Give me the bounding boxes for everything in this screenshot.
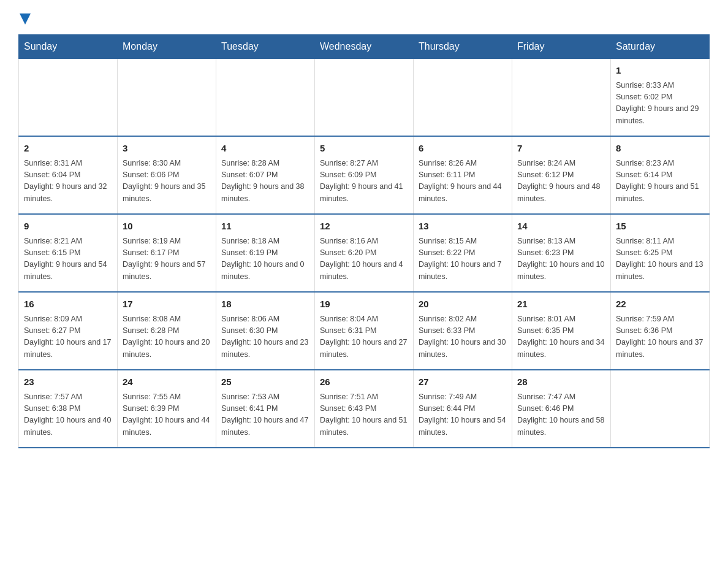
day-cell: 7Sunrise: 8:24 AMSunset: 6:12 PMDaylight… [512, 136, 611, 214]
day-header-thursday: Thursday [414, 35, 512, 59]
day-info: Sunrise: 8:13 AMSunset: 6:23 PMDaylight:… [517, 236, 605, 283]
day-info: Sunrise: 8:21 AMSunset: 6:15 PMDaylight:… [24, 236, 112, 283]
day-cell [611, 370, 710, 448]
day-cell: 26Sunrise: 7:51 AMSunset: 6:43 PMDayligh… [315, 370, 414, 448]
day-number: 4 [221, 142, 309, 156]
day-cell: 5Sunrise: 8:27 AMSunset: 6:09 PMDaylight… [315, 136, 414, 214]
day-cell: 18Sunrise: 8:06 AMSunset: 6:30 PMDayligh… [216, 292, 315, 370]
day-cell [19, 59, 118, 137]
day-info: Sunrise: 8:09 AMSunset: 6:27 PMDaylight:… [24, 313, 112, 361]
day-info: Sunrise: 8:30 AMSunset: 6:06 PMDaylight:… [123, 158, 211, 205]
day-cell: 22Sunrise: 7:59 AMSunset: 6:36 PMDayligh… [611, 292, 710, 370]
day-number: 15 [616, 220, 704, 234]
day-info: Sunrise: 7:51 AMSunset: 6:43 PMDaylight:… [320, 391, 408, 439]
day-cell: 12Sunrise: 8:16 AMSunset: 6:20 PMDayligh… [315, 214, 414, 292]
day-info: Sunrise: 7:47 AMSunset: 6:46 PMDaylight:… [517, 391, 605, 439]
day-number: 22 [616, 297, 704, 312]
day-header-tuesday: Tuesday [216, 35, 315, 59]
day-info: Sunrise: 8:06 AMSunset: 6:30 PMDaylight:… [221, 313, 309, 361]
day-cell [512, 59, 611, 137]
day-cell [216, 59, 315, 137]
day-number: 11 [221, 220, 309, 234]
day-number: 26 [320, 375, 408, 389]
week-row-2: 2Sunrise: 8:31 AMSunset: 6:04 PMDaylight… [19, 136, 710, 214]
day-info: Sunrise: 8:08 AMSunset: 6:28 PMDaylight:… [123, 313, 211, 361]
page-header [18, 12, 710, 25]
week-row-1: 1Sunrise: 8:33 AMSunset: 6:02 PMDaylight… [19, 59, 710, 137]
day-number: 23 [24, 375, 112, 389]
day-cell: 19Sunrise: 8:04 AMSunset: 6:31 PMDayligh… [315, 292, 414, 370]
day-number: 28 [517, 375, 605, 389]
day-number: 16 [24, 297, 112, 312]
day-number: 10 [123, 220, 211, 234]
day-info: Sunrise: 7:53 AMSunset: 6:41 PMDaylight:… [221, 391, 309, 439]
day-info: Sunrise: 8:11 AMSunset: 6:25 PMDaylight:… [616, 236, 704, 283]
day-header-monday: Monday [118, 35, 216, 59]
day-info: Sunrise: 7:55 AMSunset: 6:39 PMDaylight:… [123, 391, 211, 439]
day-cell: 24Sunrise: 7:55 AMSunset: 6:39 PMDayligh… [118, 370, 216, 448]
day-cell: 3Sunrise: 8:30 AMSunset: 6:06 PMDaylight… [118, 136, 216, 214]
day-cell: 9Sunrise: 8:21 AMSunset: 6:15 PMDaylight… [19, 214, 118, 292]
day-number: 19 [320, 297, 408, 312]
day-number: 20 [419, 297, 507, 312]
day-info: Sunrise: 7:49 AMSunset: 6:44 PMDaylight:… [419, 391, 507, 439]
day-cell: 17Sunrise: 8:08 AMSunset: 6:28 PMDayligh… [118, 292, 216, 370]
week-row-4: 16Sunrise: 8:09 AMSunset: 6:27 PMDayligh… [19, 292, 710, 370]
day-info: Sunrise: 8:19 AMSunset: 6:17 PMDaylight:… [123, 236, 211, 283]
calendar-header: SundayMondayTuesdayWednesdayThursdayFrid… [19, 35, 710, 59]
day-number: 3 [123, 142, 211, 156]
day-info: Sunrise: 8:31 AMSunset: 6:04 PMDaylight:… [24, 158, 112, 205]
day-info: Sunrise: 8:23 AMSunset: 6:14 PMDaylight:… [616, 158, 704, 205]
day-number: 1 [616, 64, 704, 78]
day-info: Sunrise: 8:26 AMSunset: 6:11 PMDaylight:… [419, 158, 507, 205]
day-cell: 11Sunrise: 8:18 AMSunset: 6:19 PMDayligh… [216, 214, 315, 292]
day-info: Sunrise: 7:57 AMSunset: 6:38 PMDaylight:… [24, 391, 112, 439]
day-info: Sunrise: 8:28 AMSunset: 6:07 PMDaylight:… [221, 158, 309, 205]
day-info: Sunrise: 8:33 AMSunset: 6:02 PMDaylight:… [616, 80, 704, 128]
day-number: 9 [24, 220, 112, 234]
day-number: 17 [123, 297, 211, 312]
day-number: 14 [517, 220, 605, 234]
day-cell: 16Sunrise: 8:09 AMSunset: 6:27 PMDayligh… [19, 292, 118, 370]
day-info: Sunrise: 8:02 AMSunset: 6:33 PMDaylight:… [419, 313, 507, 361]
day-number: 13 [419, 220, 507, 234]
day-header-wednesday: Wednesday [315, 35, 414, 59]
day-cell: 27Sunrise: 7:49 AMSunset: 6:44 PMDayligh… [414, 370, 512, 448]
day-number: 6 [419, 142, 507, 156]
day-cell: 20Sunrise: 8:02 AMSunset: 6:33 PMDayligh… [414, 292, 512, 370]
day-cell: 4Sunrise: 8:28 AMSunset: 6:07 PMDaylight… [216, 136, 315, 214]
day-number: 2 [24, 142, 112, 156]
day-cell: 15Sunrise: 8:11 AMSunset: 6:25 PMDayligh… [611, 214, 710, 292]
day-cell: 6Sunrise: 8:26 AMSunset: 6:11 PMDaylight… [414, 136, 512, 214]
day-cell: 2Sunrise: 8:31 AMSunset: 6:04 PMDaylight… [19, 136, 118, 214]
day-number: 7 [517, 142, 605, 156]
day-cell: 23Sunrise: 7:57 AMSunset: 6:38 PMDayligh… [19, 370, 118, 448]
day-cell [414, 59, 512, 137]
day-header-sunday: Sunday [19, 35, 118, 59]
day-number: 21 [517, 297, 605, 312]
day-header-saturday: Saturday [611, 35, 710, 59]
day-info: Sunrise: 8:27 AMSunset: 6:09 PMDaylight:… [320, 158, 408, 205]
svg-marker-0 [20, 13, 31, 25]
day-info: Sunrise: 8:01 AMSunset: 6:35 PMDaylight:… [517, 313, 605, 361]
logo [18, 12, 31, 25]
day-cell: 25Sunrise: 7:53 AMSunset: 6:41 PMDayligh… [216, 370, 315, 448]
day-cell: 8Sunrise: 8:23 AMSunset: 6:14 PMDaylight… [611, 136, 710, 214]
week-row-5: 23Sunrise: 7:57 AMSunset: 6:38 PMDayligh… [19, 370, 710, 448]
day-number: 12 [320, 220, 408, 234]
day-info: Sunrise: 8:16 AMSunset: 6:20 PMDaylight:… [320, 236, 408, 283]
day-info: Sunrise: 8:18 AMSunset: 6:19 PMDaylight:… [221, 236, 309, 283]
day-headers-row: SundayMondayTuesdayWednesdayThursdayFrid… [19, 35, 710, 59]
logo-triangle-icon [20, 13, 31, 25]
day-cell: 21Sunrise: 8:01 AMSunset: 6:35 PMDayligh… [512, 292, 611, 370]
day-number: 27 [419, 375, 507, 389]
day-cell: 14Sunrise: 8:13 AMSunset: 6:23 PMDayligh… [512, 214, 611, 292]
day-cell: 1Sunrise: 8:33 AMSunset: 6:02 PMDaylight… [611, 59, 710, 137]
day-number: 25 [221, 375, 309, 389]
day-info: Sunrise: 8:04 AMSunset: 6:31 PMDaylight:… [320, 313, 408, 361]
day-cell: 28Sunrise: 7:47 AMSunset: 6:46 PMDayligh… [512, 370, 611, 448]
calendar-body: 1Sunrise: 8:33 AMSunset: 6:02 PMDaylight… [19, 59, 710, 448]
day-number: 24 [123, 375, 211, 389]
day-cell [315, 59, 414, 137]
week-row-3: 9Sunrise: 8:21 AMSunset: 6:15 PMDaylight… [19, 214, 710, 292]
